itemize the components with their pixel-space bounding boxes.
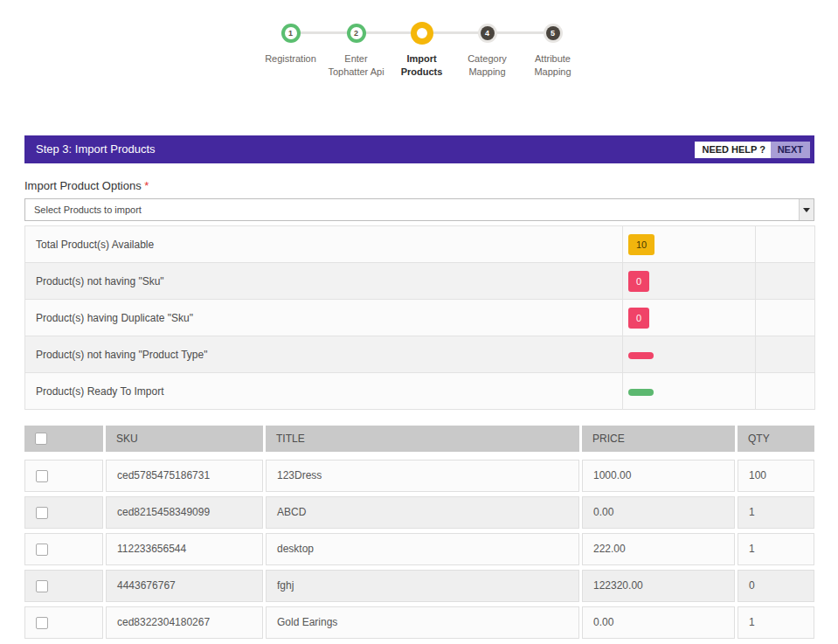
select-all-cell [24,426,103,452]
row-checkbox[interactable] [36,544,48,556]
select-arrow-button[interactable] [799,199,814,220]
title-cell: fghj [266,570,579,602]
column-header-qty: QTY [738,426,814,452]
column-header-title: TITLE [266,426,579,452]
summary-label: Product(s) Ready To Import [25,373,623,410]
no-sku-badge: 0 [628,271,649,292]
step-5-circle[interactable]: 5 [544,24,563,43]
sku-cell: 112233656544 [106,533,263,565]
summary-empty-cell [756,300,815,336]
need-help-button[interactable]: NEED HELP ? [695,142,772,158]
step-5-label: Attribute Mapping [524,52,582,79]
products-select[interactable]: Select Products to import [24,198,814,221]
summary-label: Product(s) having Duplicate "Sku" [25,300,623,336]
step-3-circle-current[interactable] [411,22,433,45]
title-cell: 123Dress [266,460,579,492]
total-products-badge: 10 [628,234,654,255]
import-options-label-text: Import Product Options [24,179,142,192]
summary-label: Product(s) not having "Sku" [25,263,623,300]
row-checkbox[interactable] [36,470,48,482]
summary-row: Total Product(s) Available 10 [25,226,815,263]
price-cell: 0.00 [582,606,735,639]
step-5-number: 5 [546,26,560,40]
sku-cell: ced8322304180267 [106,606,263,639]
price-cell: 1000.00 [582,460,735,492]
qty-cell: 1 [738,496,814,529]
step-4-label: Category Mapping [459,52,516,79]
duplicate-sku-badge: 0 [628,308,649,329]
summary-row: Product(s) not having "Product Type" [25,336,815,373]
chevron-down-icon [803,208,810,212]
summary-empty-cell [756,336,815,373]
next-button[interactable]: NEXT [771,142,810,158]
step-category-mapping[interactable]: 4 Category Mapping [454,21,520,79]
step-2-number: 2 [350,27,363,39]
price-cell: 0.00 [582,496,735,529]
step-import-products[interactable]: Import Products [389,21,454,79]
row-checkbox-cell [24,496,103,529]
import-options-label: Import Product Options * [24,179,149,192]
page-title: Step 3: Import Products [36,135,156,163]
summary-row: Product(s) Ready To Import [25,373,815,410]
row-checkbox-cell [24,606,103,639]
summary-empty-cell [756,263,815,300]
summary-row: Product(s) not having "Sku" 0 [25,263,815,300]
step-enter-tophatter-api[interactable]: 2 Enter Tophatter Api [323,21,389,79]
products-table-header: SKU TITLE PRICE QTY [24,426,814,452]
step-registration[interactable]: 1 Registration [258,21,323,79]
summary-row: Product(s) having Duplicate "Sku" 0 [25,300,815,336]
no-product-type-pill [628,352,654,359]
import-summary-table: Total Product(s) Available 10 Product(s)… [24,225,815,410]
price-cell: 122320.00 [582,570,735,602]
summary-empty-cell [756,226,815,263]
title-cell: ABCD [266,496,579,529]
step-header-bar: Step 3: Import Products NEED HELP ? NEXT [24,135,814,163]
step-4-number: 4 [481,26,495,40]
qty-cell: 100 [738,460,814,492]
qty-cell: 0 [738,570,814,602]
products-select-value: Select Products to import [34,199,142,220]
row-checkbox-cell [24,533,103,565]
price-cell: 222.00 [582,533,735,565]
step-1-label: Registration [262,52,320,66]
step-4-circle[interactable]: 4 [478,24,497,43]
summary-label: Total Product(s) Available [25,226,623,263]
sku-cell: 4443676767 [106,570,263,602]
required-asterisk: * [144,179,149,192]
summary-empty-cell [756,373,815,410]
summary-label: Product(s) not having "Product Type" [25,336,623,373]
progress-stepper: 1 Registration 2 Enter Tophatter Api Imp… [258,21,585,79]
qty-cell: 1 [738,606,814,639]
step-1-number: 1 [285,27,297,39]
select-all-checkbox[interactable] [35,433,47,445]
qty-cell: 1 [738,533,814,565]
row-checkbox[interactable] [36,507,48,519]
column-header-price: PRICE [582,426,735,452]
sku-cell: ced8215458349099 [106,496,263,529]
step-1-circle[interactable]: 1 [281,24,301,43]
ready-to-import-pill [628,389,654,396]
sku-cell: ced5785475186731 [106,460,263,492]
column-header-sku: SKU [106,426,263,452]
row-checkbox[interactable] [36,580,48,592]
step-2-circle[interactable]: 2 [347,24,366,43]
row-checkbox-cell [24,570,103,602]
row-checkbox-cell [24,460,103,492]
title-cell: desktop [266,533,579,565]
title-cell: Gold Earings [266,606,579,639]
step-2-label: Enter Tophatter Api [328,52,385,79]
step-attribute-mapping[interactable]: 5 Attribute Mapping [520,21,585,79]
products-table-body: ced5785475186731 123Dress 1000.00 100 ce… [24,460,814,639]
row-checkbox[interactable] [36,617,48,629]
products-table: SKU TITLE PRICE QTY ced5785475186731 123… [24,426,814,639]
step-3-label: Import Products [393,52,451,79]
